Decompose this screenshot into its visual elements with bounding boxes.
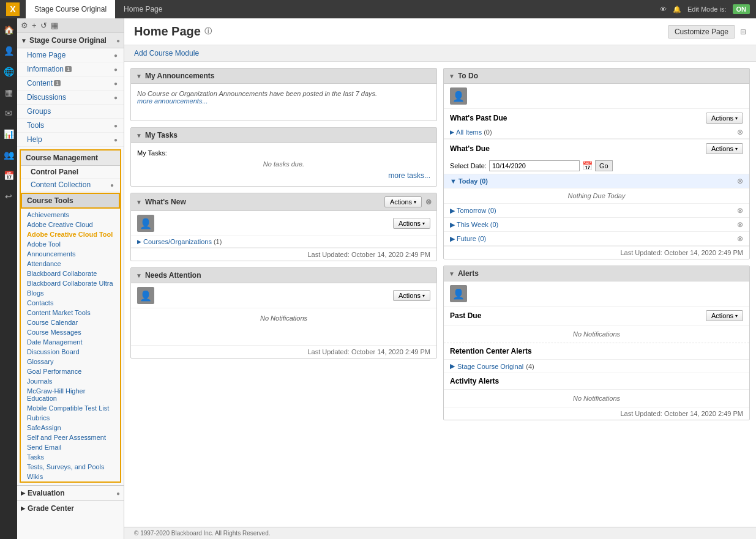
course-tool-mcgraw-hill[interactable]: McGraw-Hill Higher Education — [21, 386, 120, 403]
retention-center-header: Retention Center Alerts — [444, 343, 749, 360]
calendar-icon[interactable]: 📅 — [2, 169, 15, 182]
course-tool-discussion-board[interactable]: Discussion Board — [21, 347, 120, 357]
users-icon[interactable]: 👥 — [2, 148, 15, 162]
course-tool-adobe-tool[interactable]: Adobe Tool — [21, 239, 120, 249]
course-tool-announcements[interactable]: Announcements — [21, 249, 120, 259]
course-tools-header[interactable]: Course Tools — [21, 193, 120, 209]
course-tool-achievements[interactable]: Achievements — [21, 210, 120, 220]
course-tool-send-email[interactable]: Send Email — [21, 442, 120, 452]
main-layout: 🏠 👤 🌐 ▦ ✉ 📊 👥 📅 ↩ ⚙ + ↺ ▦ ▼ Stage Course… — [0, 18, 756, 539]
course-tool-blogs[interactable]: Blogs — [21, 288, 120, 298]
past-due-actions-button[interactable]: Actions ▾ — [706, 113, 743, 124]
course-tool-rubrics[interactable]: Rubrics — [21, 413, 120, 423]
eye-icon[interactable]: 👁 — [660, 6, 667, 13]
today-row: ▼ Today (0) ⊗ — [444, 174, 749, 188]
retention-link[interactable]: ▶ Stage Course Original (4) — [444, 360, 749, 373]
edit-mode-toggle[interactable]: ON — [733, 4, 750, 14]
course-tool-date-management[interactable]: Date Management — [21, 337, 120, 347]
today-x[interactable]: ⊗ — [737, 177, 743, 185]
whats-new-circle-x[interactable]: ⊗ — [425, 198, 432, 206]
people-icon[interactable]: 👤 — [2, 44, 15, 58]
whats-new-actions-button[interactable]: Stage Course Original Actions ▾ — [384, 196, 422, 207]
collapse-icon[interactable]: ⊟ — [740, 28, 746, 36]
todo-avatar-section: 👤 — [444, 84, 749, 109]
course-tool-self-peer[interactable]: Self and Peer Assessment — [21, 433, 120, 442]
sidebar-course-name: Stage Course Original — [29, 36, 107, 45]
control-panel-item[interactable]: Control Panel — [21, 166, 120, 179]
whats-new-row-actions-button[interactable]: Actions ▾ — [393, 218, 430, 229]
grid-icon[interactable]: ▦ — [2, 86, 15, 99]
calendar-icon[interactable]: 📅 — [582, 161, 593, 171]
more-announcements-link[interactable]: more announcements... — [137, 97, 208, 105]
mail-icon[interactable]: ✉ — [2, 106, 15, 120]
sidebar-item-content[interactable]: Content 1 ● — [17, 76, 124, 91]
alerts-avatar-row: 👤 — [444, 281, 749, 307]
course-management-header: Course Management — [21, 151, 120, 166]
tomorrow-row: ▶ Tomorrow (0) ⊗ — [444, 204, 749, 218]
chart-icon[interactable]: 📊 — [2, 127, 15, 141]
right-panel: ▼ To Do 👤 What's Past Due Actions ▾ — [443, 68, 750, 521]
sidebar-item-help[interactable]: Help ● — [17, 133, 124, 147]
more-tasks-link[interactable]: more tasks... — [388, 171, 430, 180]
needs-attn-actions-button[interactable]: Actions ▾ — [393, 290, 430, 301]
sidebar-item-home-page[interactable]: Home Page ● — [17, 48, 124, 62]
globe-icon[interactable]: 🌐 — [2, 65, 15, 78]
page-info-icon[interactable]: ⓘ — [204, 26, 212, 37]
sidebar-toolbar: ⚙ + ↺ ▦ — [17, 18, 124, 33]
course-tool-mobile-compat[interactable]: Mobile Compatible Test List — [21, 403, 120, 413]
course-tool-adobe-cc[interactable]: Adobe Creative Cloud — [21, 220, 120, 229]
grade-center-header[interactable]: ▶ Grade Center — [17, 500, 124, 516]
notification-icon[interactable]: 🔔 — [673, 6, 681, 13]
course-tool-course-calendar[interactable]: Course Calendar — [21, 318, 120, 327]
alerts-avatar: 👤 — [450, 285, 467, 302]
home-icon[interactable]: 🏠 — [2, 23, 15, 37]
course-tool-course-messages[interactable]: Course Messages — [21, 327, 120, 337]
back-icon[interactable]: ↩ — [2, 190, 15, 203]
course-tool-bb-collaborate[interactable]: Blackboard Collaborate — [21, 269, 120, 278]
whats-past-due-row: What's Past Due Actions ▾ — [444, 109, 749, 126]
sidebar-item-tools[interactable]: Tools ● — [17, 119, 124, 133]
needs-attention-module: ▼ Needs Attention 👤 Actions ▾ No Not — [130, 267, 437, 359]
course-tool-glossary[interactable]: Glossary — [21, 357, 120, 366]
refresh-icon[interactable]: ↺ — [40, 21, 47, 30]
course-tool-contacts[interactable]: Contacts — [21, 298, 120, 308]
course-tool-adobe-cc-tool[interactable]: Adobe Creative Cloud Tool — [21, 229, 120, 239]
tomorrow-x[interactable]: ⊗ — [737, 206, 743, 215]
customize-page-button[interactable]: Customize Page — [668, 25, 735, 39]
future-x[interactable]: ⊗ — [737, 234, 743, 243]
course-tool-goal-performance[interactable]: Goal Performance — [21, 366, 120, 376]
course-tool-tasks[interactable]: Tasks — [21, 452, 120, 462]
my-tasks-module: ▼ My Tasks My Tasks: No tasks due. more … — [130, 127, 437, 187]
course-tool-journals[interactable]: Journals — [21, 376, 120, 386]
course-tool-attendance[interactable]: Attendance — [21, 259, 120, 269]
add-module-link[interactable]: Add Course Module — [134, 49, 199, 58]
sidebar-item-information[interactable]: Information 1 ● — [17, 62, 124, 76]
all-items-x[interactable]: ⊗ — [737, 128, 743, 136]
todo-module: ▼ To Do 👤 What's Past Due Actions ▾ — [443, 68, 750, 259]
layout-icon[interactable]: ▦ — [51, 21, 58, 30]
select-date-row: Select Date: 📅 Go — [444, 158, 749, 174]
course-tool-bb-collaborate-ultra[interactable]: Blackboard Collaborate Ultra — [21, 278, 120, 288]
this-week-x[interactable]: ⊗ — [737, 220, 743, 229]
sidebar-item-discussions[interactable]: Discussions ● — [17, 91, 124, 105]
courses-orgs-link[interactable]: ▶ Courses/Organizations (1) — [131, 236, 436, 248]
tab-stage-course[interactable]: Stage Course Original — [26, 0, 115, 18]
date-input[interactable] — [489, 160, 580, 171]
course-tool-content-market[interactable]: Content Market Tools — [21, 308, 120, 318]
all-items-link[interactable]: ▶ All Items (0) ⊗ — [444, 126, 749, 139]
evaluation-header[interactable]: ▶ Evaluation ● — [17, 485, 124, 500]
content-collection-item[interactable]: Content Collection ● — [21, 179, 120, 191]
sidebar-item-groups[interactable]: Groups — [17, 105, 124, 119]
go-button[interactable]: Go — [595, 160, 613, 171]
settings-icon[interactable]: ⚙ — [21, 21, 28, 30]
close-button[interactable]: X — [6, 2, 20, 16]
alerts-past-due-actions-button[interactable]: Actions ▾ — [706, 310, 743, 321]
course-tool-wikis[interactable]: Wikis — [21, 472, 120, 481]
add-icon[interactable]: + — [32, 21, 37, 30]
tab-home-page[interactable]: Home Page — [115, 0, 171, 18]
whats-due-actions-button[interactable]: Actions ▾ — [706, 143, 743, 154]
course-tool-safeassign[interactable]: SafeAssign — [21, 423, 120, 433]
sidebar-course-header[interactable]: ▼ Stage Course Original ● — [17, 33, 124, 48]
course-tool-tests-surveys[interactable]: Tests, Surveys, and Pools — [21, 462, 120, 472]
whats-due-row: What's Due Actions ▾ — [444, 139, 749, 158]
